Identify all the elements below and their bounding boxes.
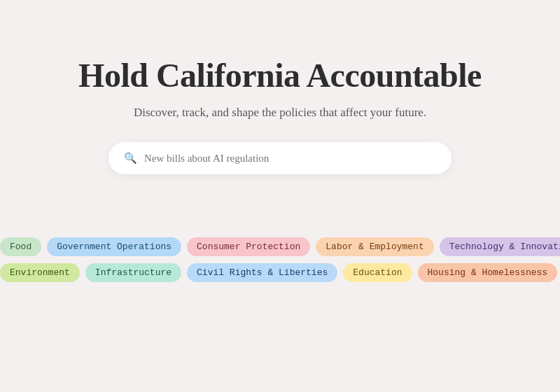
tag-item[interactable]: Civil Rights & Liberties <box>187 263 337 282</box>
tag-item[interactable]: Food <box>0 237 41 256</box>
search-container[interactable]: 🔍 <box>108 142 451 174</box>
tags-row-1: FoodGovernment OperationsConsumer Protec… <box>0 237 560 256</box>
page-subtitle: Discover, track, and shape the policies … <box>134 106 426 120</box>
search-icon: 🔍 <box>124 152 137 164</box>
hero-section: Hold California Accountable Discover, tr… <box>0 0 560 237</box>
tag-item[interactable]: Infrastructure <box>85 263 181 282</box>
tags-row-2: EnvironmentInfrastructureCivil Rights & … <box>0 263 560 282</box>
tag-item[interactable]: Consumer Protection <box>187 237 310 256</box>
search-input[interactable] <box>144 153 436 164</box>
tag-item[interactable]: Government Operations <box>47 237 181 256</box>
tags-section: FoodGovernment OperationsConsumer Protec… <box>0 237 560 282</box>
page-title: Hold California Accountable <box>78 56 482 94</box>
tag-item[interactable]: Housing & Homelessness <box>418 263 558 282</box>
tag-item[interactable]: Education <box>343 263 412 282</box>
tag-item[interactable]: Technology & Innovation <box>440 237 560 256</box>
tag-item[interactable]: Environment <box>0 263 80 282</box>
tag-item[interactable]: Labor & Employment <box>316 237 433 256</box>
